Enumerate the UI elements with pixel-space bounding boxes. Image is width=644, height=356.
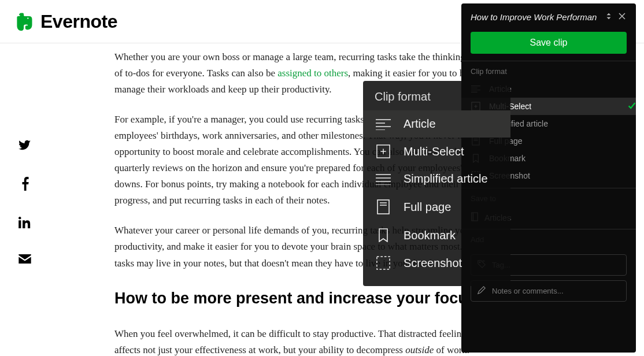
bookmark-icon [375, 228, 392, 242]
popover-item-screenshot[interactable]: Screenshot [363, 249, 510, 277]
simplified-lines-icon [375, 173, 392, 185]
placeholder-text: Notes or comments... [492, 287, 564, 295]
popover-label: Full page [404, 201, 451, 214]
linkedin-icon[interactable] [18, 216, 31, 231]
brand-logo[interactable]: Evernote [14, 11, 117, 32]
section-title: Clip format [471, 67, 627, 76]
popover-title: Clip format [363, 90, 510, 110]
facebook-icon[interactable] [21, 177, 29, 193]
paragraph: When you feel overwhelmed, it can be dif… [114, 326, 490, 356]
clip-format-popover: Clip format Article Multi-Select Simplif… [363, 81, 510, 286]
popover-item-simplified[interactable]: Simplified article [363, 165, 510, 192]
sort-icon[interactable] [605, 12, 613, 22]
page-icon [375, 199, 392, 214]
assigned-to-others-link[interactable]: assigned to others [277, 68, 348, 79]
popover-label: Screenshot [404, 257, 462, 270]
email-icon[interactable] [18, 254, 31, 266]
screenshot-icon [375, 256, 392, 270]
text-emphasis: outside [405, 344, 434, 355]
popover-label: Bookmark [404, 229, 456, 242]
check-icon [627, 101, 636, 113]
multi-select-icon [375, 144, 392, 158]
popover-label: Article [404, 117, 436, 131]
clip-title[interactable]: How to Improve Work Performan [471, 12, 600, 22]
section-heading: How to be more present and increase your… [114, 285, 490, 312]
article-lines-icon [375, 118, 392, 130]
popover-item-bookmark[interactable]: Bookmark [363, 221, 510, 249]
brand-name: Evernote [40, 11, 117, 32]
close-icon[interactable] [617, 12, 627, 23]
popover-label: Simplified article [404, 172, 488, 186]
save-clip-button[interactable]: Save clip [471, 32, 627, 54]
twitter-icon[interactable] [18, 139, 31, 154]
popover-item-full-page[interactable]: Full page [363, 192, 510, 221]
evernote-elephant-icon [14, 11, 35, 32]
clipper-header: How to Improve Work Performan [461, 3, 636, 27]
popover-item-article[interactable]: Article [363, 110, 510, 138]
svg-rect-7 [377, 200, 389, 214]
svg-point-0 [27, 17, 28, 18]
social-share-rail [18, 139, 31, 266]
popover-item-multi-select[interactable]: Multi-Select [363, 138, 510, 165]
svg-rect-8 [377, 257, 390, 269]
popover-label: Multi-Select [404, 145, 464, 158]
pencil-icon [477, 285, 486, 296]
